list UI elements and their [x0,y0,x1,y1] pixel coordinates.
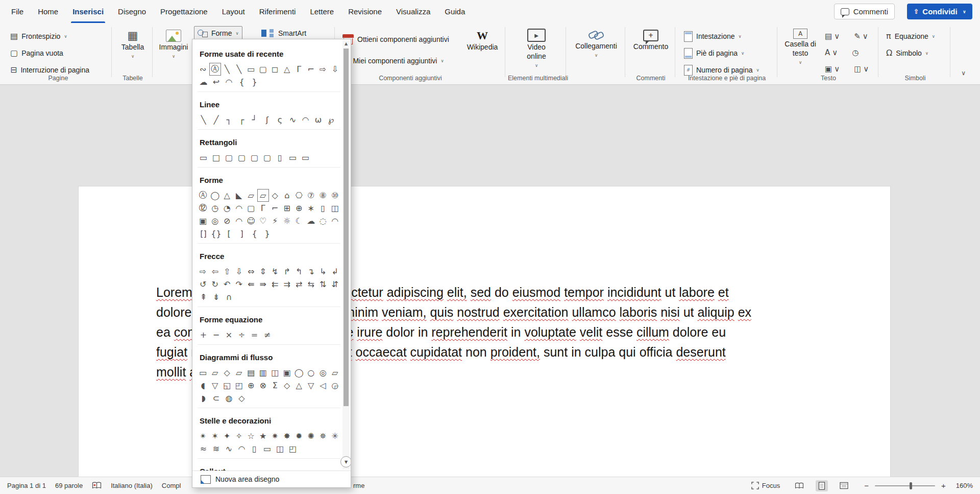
shape-item[interactable]: ✴ [198,430,209,442]
shape-item[interactable]: ⊞ [282,202,293,214]
shape-item[interactable]: □ [210,152,222,163]
shape-item[interactable]: ⊘ [222,215,233,227]
shape-item[interactable]: ⇩ [234,266,245,277]
smartart-button[interactable]: SmartArt [258,26,309,40]
shape-item[interactable]: ◫ [330,202,341,214]
shape-item[interactable]: ⇟ [210,291,222,303]
shape-item[interactable]: ◎ [210,215,221,227]
word-count-status[interactable]: 69 parole [55,482,83,489]
shape-item[interactable]: × [223,329,235,341]
shape-item[interactable]: ⚡ [270,215,281,227]
wordart-button[interactable]: A∨ [822,48,841,58]
tab-revisione[interactable]: Revisione [341,0,389,23]
shape-item[interactable]: ✷ [270,430,281,442]
shape-item[interactable]: ⇕ [258,266,269,277]
shape-item[interactable]: ▢ [249,152,260,163]
shape-item[interactable]: ▣ [198,215,209,227]
tab-file[interactable]: File [4,0,31,23]
tab-inserisci[interactable]: Inserisci [65,0,111,23]
shape-item[interactable]: ↰ [293,266,305,277]
shape-item[interactable]: ℘ [325,114,337,126]
text-box-button[interactable]: A Casella di testo ∨ [782,28,819,67]
shape-item[interactable]: ☼ [282,215,293,227]
shape-item[interactable]: ▯ [317,202,329,214]
shape-item[interactable]: } [261,228,273,240]
shape-item[interactable]: {} [210,228,222,240]
header-button[interactable]: Intestazione ∨ [681,29,745,43]
shape-item[interactable]: ┘ [249,114,260,126]
shape-item[interactable]: } [249,76,260,88]
shape-item[interactable]: ⌐ [306,63,317,75]
tab-layout[interactable]: Layout [215,0,252,23]
object-button[interactable]: ◫∨ [851,64,872,74]
table-button[interactable]: ▦ Tabella ∨ [117,29,148,61]
shape-item[interactable]: ▱ [258,190,269,201]
shape-item[interactable]: ◠ [330,215,341,227]
shape-item[interactable]: ▯ [274,152,286,163]
shape-item[interactable]: ↯ [270,266,281,277]
shape-item[interactable]: + [198,329,209,341]
shape-item[interactable]: ◍ [223,392,235,404]
new-comment-button[interactable]: + Commento [632,29,670,51]
status-text-left-fragment[interactable]: Compl [162,482,181,489]
shape-item[interactable]: = [249,329,260,341]
shape-item[interactable]: ↳ [317,266,329,277]
shape-item[interactable]: ◠ [300,114,311,126]
shape-item[interactable]: ◠ [236,443,248,455]
shape-item[interactable]: ◶ [330,380,341,391]
shapes-button[interactable]: Forme ∨ [194,26,242,40]
tab-guida[interactable]: Guida [437,0,472,23]
shape-item[interactable]: ≠ [261,329,273,341]
shape-item[interactable]: ▱ [210,367,221,379]
comments-button[interactable]: Commenti [834,4,895,19]
shape-item[interactable]: ◠ [234,202,245,214]
shape-item[interactable]: ↲ [330,266,341,277]
shape-item[interactable]: ▢ [246,202,257,214]
shape-item[interactable]: ◯ [210,190,221,201]
tab-home[interactable]: Home [31,0,65,23]
shape-item[interactable]: ∿ [287,114,299,126]
shape-item[interactable]: ┌ [236,114,248,126]
shape-item[interactable]: ▭ [261,443,273,455]
shape-item[interactable]: ⎔ [293,190,305,201]
shape-item[interactable]: ╲ [222,63,233,75]
shape-item[interactable]: ┐ [223,114,235,126]
shape-item[interactable]: ⊕ [246,380,257,391]
shape-item[interactable]: ▯ [249,443,260,455]
new-drawing-canvas-item[interactable]: Nuova area disegno [192,471,351,487]
shape-item[interactable]: ✺ [306,430,317,442]
shape-item[interactable]: ▥ [258,367,269,379]
shape-item[interactable]: ω [312,114,324,126]
shape-item[interactable]: ] [236,228,248,240]
shape-item[interactable]: Ʃ [270,380,281,391]
scrollbar-thumb[interactable] [344,49,349,406]
shape-item[interactable]: △ [282,63,293,75]
shape-item[interactable]: ⑧ [317,190,329,201]
shape-item[interactable]: ◎ [317,367,329,379]
tab-visualizza[interactable]: Visualizza [389,0,437,23]
shape-item[interactable]: ╲ [198,114,209,126]
shape-item[interactable]: ↷ [234,278,245,290]
shape-item[interactable]: ◰ [234,380,245,391]
shape-item[interactable]: ◯ [293,367,305,379]
shape-item[interactable]: ⊕ [293,202,305,214]
shape-item[interactable]: Ⓐ [210,63,221,75]
shape-item[interactable]: ⌐ [270,202,281,214]
signature-line-button[interactable]: ✎∨ [851,31,871,41]
shape-item[interactable]: Ⓐ [198,190,209,201]
shape-item[interactable]: { [249,228,260,240]
zoom-slider-thumb[interactable] [910,482,912,489]
shape-item[interactable]: ↱ [282,266,293,277]
shape-item[interactable]: ⇚ [246,278,257,290]
shape-item[interactable]: ♡ [258,215,269,227]
shape-item[interactable]: ▢ [236,152,248,163]
shape-item[interactable]: ▽ [210,380,221,391]
shape-item[interactable]: ↺ [198,278,209,290]
shape-item[interactable]: ◇ [222,367,233,379]
shape-item[interactable]: ▭ [300,152,311,163]
language-status[interactable]: Italiano (Italia) [111,482,153,489]
date-time-button[interactable]: ◷ [849,48,862,58]
shape-item[interactable]: ∿ [223,443,235,455]
web-layout-button[interactable] [837,480,851,491]
shape-item[interactable]: ◰ [287,443,299,455]
